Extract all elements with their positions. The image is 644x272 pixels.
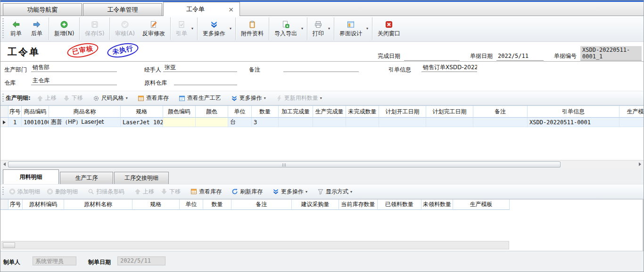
column-header[interactable]: 单位 <box>228 106 252 118</box>
table-cell[interactable] <box>473 118 528 127</box>
table-cell[interactable]: 3 <box>252 118 279 127</box>
move-up-button[interactable]: 上移 <box>131 186 157 197</box>
column-header[interactable]: 规格 <box>121 106 163 118</box>
finish-date-field[interactable] <box>404 53 460 61</box>
toolbar-grip[interactable] <box>2 187 4 196</box>
more-actions-button[interactable]: 更多操作 ▾ <box>228 93 269 104</box>
column-header[interactable]: 序号 <box>8 106 22 118</box>
move-down-button[interactable]: 下移 <box>157 186 184 197</box>
material-grid-scrollbar[interactable] <box>1 241 509 249</box>
pull-order-button[interactable]: 引单 ▾ <box>172 16 196 41</box>
update-material-qty-button[interactable]: 更新用料数量 ▾ <box>272 93 325 104</box>
scroll-left-arrow[interactable] <box>0 160 8 168</box>
add-detail-button[interactable]: 添加明细 <box>6 186 43 197</box>
warehouse-field[interactable]: 主仓库 <box>31 77 117 85</box>
column-header[interactable]: 备注 <box>231 200 292 210</box>
column-header[interactable]: 商品名称 <box>49 106 121 118</box>
move-down-button[interactable]: 下移 <box>60 93 86 104</box>
table-cell[interactable] <box>346 118 379 127</box>
column-header[interactable]: 已领料数量 <box>378 200 421 210</box>
column-header[interactable]: 计划开工日期 <box>379 106 426 118</box>
unaudit-edit-button[interactable]: 反审修改 <box>139 16 169 41</box>
column-header[interactable]: 当前库存数量 <box>339 200 378 210</box>
scrollbar-thumb[interactable] <box>8 161 561 168</box>
tab-process-handover[interactable]: 工序交接明细 <box>114 172 169 184</box>
column-header[interactable]: 原材料名称 <box>64 200 132 210</box>
view-stock-button[interactable]: 查看库存 <box>187 186 225 197</box>
prev-doc-button[interactable]: 前单 <box>6 16 26 41</box>
column-header[interactable]: 规格 <box>132 200 180 210</box>
table-cell[interactable] <box>426 118 473 127</box>
remark-field[interactable] <box>283 64 359 72</box>
next-doc-button[interactable]: 后单 <box>26 16 47 41</box>
tab-production-process[interactable]: 生产工序 <box>60 172 113 184</box>
tab-function-nav[interactable]: 功能导航窗 <box>3 3 82 16</box>
toolbar-separator <box>79 17 80 40</box>
table-cell[interactable]: 100101003 <box>22 118 49 127</box>
table-cell-color-code[interactable] <box>163 118 196 127</box>
column-header[interactable]: 数量 <box>203 200 231 210</box>
tab-material-detail[interactable]: 用料明细 <box>3 169 59 184</box>
table-cell[interactable]: 惠普（HP）LaserJet <box>49 118 121 127</box>
ui-design-button[interactable]: 界面设计 ▾ <box>336 16 371 41</box>
column-header[interactable]: 颜色 <box>196 106 228 118</box>
more-actions-button[interactable]: 更多操作 ▾ <box>199 16 234 41</box>
ref-order-field[interactable]: 销售订单XSDD-20220511-0 <box>421 64 477 72</box>
table-cell[interactable]: 1 <box>8 118 22 127</box>
column-header[interactable]: 生产模板 <box>453 200 510 210</box>
table-cell[interactable] <box>279 118 313 127</box>
display-mode-button[interactable]: 显示方式 ▾ <box>314 186 355 197</box>
new-button[interactable]: 新增(N) <box>50 16 78 41</box>
order-form: 生产部门 销售部 经手人 张亚 备注 引单信息 销售订单XSDD-2022051… <box>0 62 644 91</box>
column-header[interactable]: 商品编码 <box>22 106 49 118</box>
column-header[interactable]: 备注 <box>473 106 528 118</box>
table-cell-color[interactable] <box>196 118 228 127</box>
table-cell[interactable] <box>379 118 426 127</box>
move-up-button[interactable]: 上移 <box>33 93 60 104</box>
doc-date-field[interactable]: 2022/5/11 <box>496 53 544 61</box>
print-button[interactable]: 打印 ▾ <box>309 16 332 41</box>
column-header[interactable]: 原材料编码 <box>23 200 64 210</box>
table-cell[interactable] <box>313 118 346 127</box>
size-style-button[interactable]: 尺码风格 ▾ <box>90 93 131 104</box>
production-dept-field[interactable]: 销售部 <box>31 64 117 72</box>
scan-barcode-button[interactable]: 扫描条形码 <box>84 186 128 197</box>
tab-close-icon[interactable]: × <box>227 6 235 13</box>
table-row[interactable]: 1 100101003 惠普（HP）LaserJet LaserJet 1020… <box>0 118 644 127</box>
import-export-button[interactable]: 导入导出 ▾ <box>271 16 305 41</box>
attachments-button[interactable]: 附件资料 <box>237 16 267 41</box>
column-header[interactable]: 建议采购量 <box>292 200 339 210</box>
toolbar-grip[interactable] <box>2 18 4 39</box>
view-process-button[interactable]: 查看生产工艺 <box>175 93 224 104</box>
material-warehouse-field[interactable] <box>174 77 237 85</box>
tab-work-order-mgmt[interactable]: 工令单管理 <box>83 3 162 16</box>
column-header[interactable]: 颜色编码 <box>163 106 196 118</box>
handler-field[interactable]: 张亚 <box>163 64 237 72</box>
column-header[interactable]: 数量 <box>252 106 279 118</box>
column-header[interactable]: 引单信息 <box>528 106 619 118</box>
audit-button[interactable]: 审核(A) <box>111 16 139 41</box>
column-header[interactable]: 加工完成量 <box>279 106 313 118</box>
view-stock-button[interactable]: 查看库存 <box>134 93 172 104</box>
more-actions-button[interactable]: 更多操作 ▾ <box>269 186 311 197</box>
column-header[interactable]: 计划完工日期 <box>426 106 473 118</box>
column-header[interactable]: 单位 <box>180 200 203 210</box>
scroll-right-arrow[interactable] <box>636 160 644 168</box>
delete-detail-button[interactable]: 删除明细 <box>43 186 81 197</box>
table-cell[interactable]: LaserJet 1020 <box>121 118 163 127</box>
tab-work-order[interactable]: 工令单 × <box>163 2 240 16</box>
column-header[interactable]: 未领料数量 <box>421 200 453 210</box>
column-header[interactable]: 序号 <box>8 200 23 210</box>
table-cell[interactable]: 台 <box>228 118 252 127</box>
scrollbar-thumb[interactable] <box>3 242 15 248</box>
add-circle-icon <box>60 20 68 29</box>
column-header[interactable]: 生产完成量 <box>313 106 346 118</box>
save-button[interactable]: 保存(S) <box>81 16 108 41</box>
column-header[interactable]: 生产模板 <box>619 106 644 118</box>
close-window-button[interactable]: 关闭窗口 <box>374 16 404 41</box>
table-cell[interactable] <box>619 118 644 127</box>
table-cell[interactable]: XSDD-20220511-0001 <box>528 118 619 127</box>
toolbar-grip[interactable] <box>2 94 4 103</box>
refresh-stock-button[interactable]: 刷新库存 <box>228 186 266 197</box>
column-header[interactable]: 未完成数量 <box>346 106 379 118</box>
